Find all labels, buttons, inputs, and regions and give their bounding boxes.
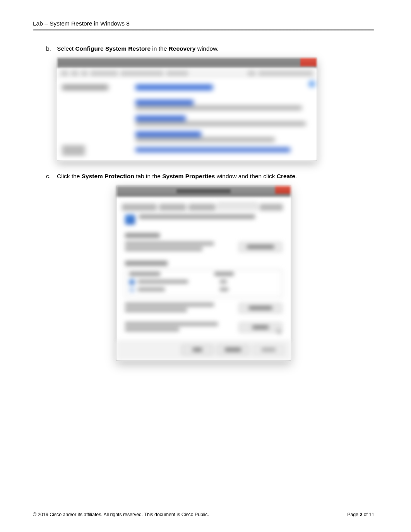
- step-b-t4: Recovery: [169, 45, 196, 52]
- step-c-t7: .: [295, 173, 297, 179]
- step-c-t4: System Properties: [162, 173, 215, 179]
- protection-columns: Available Drives Protection: [125, 270, 282, 278]
- create-desc: Create a restore point right now for the…: [125, 322, 233, 333]
- dialog-body: Use system protection to undo unwanted s…: [116, 211, 291, 341]
- step-b-letter: b.: [46, 44, 57, 53]
- recovery-item: Configure System Restore Change restore …: [135, 132, 310, 142]
- column-protection: Protection: [214, 272, 234, 276]
- disk-icon: [129, 287, 135, 292]
- document-page: Lab – System Restore in Windows 8 b. Sel…: [0, 0, 411, 532]
- recovery-link-create-drive[interactable]: Create a recovery drive: [135, 100, 194, 105]
- sidebar-see-also: See also File History: [62, 146, 85, 155]
- tab-advanced[interactable]: Advanced: [188, 204, 216, 211]
- recovery-body: Control Panel Home See also File History…: [57, 79, 317, 160]
- drive-protection: Off: [220, 288, 228, 291]
- recovery-item-desc: Create a recovery drive to refresh or re…: [135, 106, 302, 110]
- step-b: b. Select Configure System Restore in th…: [46, 44, 374, 53]
- step-c-letter: c.: [46, 172, 57, 181]
- recovery-address-bar[interactable]: Control Panel All Control Panel Items Re…: [57, 68, 317, 79]
- configure-row: Configure restore settings, manage disk …: [125, 303, 282, 314]
- recovery-heading: Advanced recovery tools: [135, 85, 213, 90]
- system-restore-row: You can undo system changes by reverting…: [125, 242, 282, 252]
- step-b-t5: window.: [195, 45, 218, 52]
- see-also-item[interactable]: File History: [62, 151, 85, 155]
- drive-name: Data (D:): [138, 288, 165, 291]
- dialog-tabs: Computer Name Hardware Advanced System P…: [116, 197, 291, 211]
- cursor-icon: [277, 328, 283, 335]
- protection-drives-list[interactable]: Available Drives Protection Local Disk (…: [125, 269, 282, 297]
- intro-text: Use system protection to undo unwanted s…: [139, 215, 282, 219]
- system-restore-button[interactable]: System Restore...: [239, 242, 282, 252]
- title-divider: [33, 29, 374, 31]
- tab-remote[interactable]: Remote: [260, 204, 283, 211]
- forward-icon[interactable]: [71, 70, 78, 77]
- dialog-buttons: OK Cancel Apply: [116, 341, 291, 360]
- footer-copyright: © 2019 Cisco and/or its affiliates. All …: [33, 512, 209, 517]
- shield-icon: [125, 215, 135, 225]
- tab-hardware[interactable]: Hardware: [159, 204, 186, 211]
- configure-desc: Configure restore settings, manage disk …: [125, 303, 233, 314]
- step-b-t2: Configure System Restore: [75, 45, 151, 52]
- recovery-sidebar: Control Panel Home See also File History: [57, 79, 132, 160]
- step-c-t2: System Protection: [82, 173, 134, 179]
- tab-system-protection[interactable]: System Protection: [218, 203, 257, 211]
- recovery-item-desc: Undo recent system changes, but leave fi…: [135, 122, 306, 126]
- page-title: Lab – System Restore in Windows 8: [33, 20, 374, 27]
- step-c-t3: tab in the: [134, 173, 162, 179]
- figure-recovery: Recovery Close Control Panel All Control…: [57, 58, 374, 161]
- recovery-window: Recovery Close Control Panel All Control…: [57, 58, 317, 161]
- page-footer: © 2019 Cisco and/or its affiliates. All …: [33, 512, 374, 517]
- breadcrumb[interactable]: All Control Panel Items: [121, 70, 163, 77]
- step-c-t5: window and then click: [215, 173, 276, 179]
- up-icon[interactable]: [81, 70, 87, 77]
- search-input[interactable]: [259, 70, 313, 77]
- recovery-link-open-restore[interactable]: Open System Restore: [135, 116, 186, 121]
- step-b-t1: Select: [57, 45, 75, 52]
- dialog-titlebar: System Properties Close: [116, 186, 291, 197]
- footer-page-of: of 11: [362, 512, 374, 517]
- step-b-text: Select Configure System Restore in the R…: [57, 44, 374, 53]
- close-icon[interactable]: Close: [300, 58, 317, 66]
- step-c: c. Click the System Protection tab in th…: [46, 172, 374, 181]
- system-properties-dialog: System Properties Close Computer Name Ha…: [116, 186, 291, 361]
- close-icon[interactable]: Close: [275, 186, 291, 194]
- step-c-t6: Create: [277, 173, 295, 179]
- figure-system-properties: System Properties Close Computer Name Ha…: [33, 186, 374, 361]
- disk-icon: [129, 279, 135, 285]
- drive-protection: On: [220, 280, 227, 283]
- see-also-label: See also: [62, 146, 85, 150]
- configure-button[interactable]: Configure...: [239, 303, 282, 313]
- recovery-item: Open System Restore Undo recent system c…: [135, 116, 310, 126]
- intro-row: Use system protection to undo unwanted s…: [125, 215, 282, 225]
- table-row[interactable]: Data (D:) Off: [125, 286, 282, 293]
- system-restore-label: System Restore: [125, 233, 160, 238]
- refresh-icon[interactable]: [248, 70, 255, 77]
- recovery-footer-link[interactable]: If you're having problems with your PC, …: [135, 148, 290, 152]
- back-icon[interactable]: [61, 70, 68, 77]
- recovery-link-configure-restore[interactable]: Configure System Restore: [135, 132, 201, 136]
- create-button[interactable]: Create...: [239, 322, 282, 332]
- dialog-title: System Properties: [176, 189, 231, 193]
- column-drives: Available Drives: [129, 272, 160, 276]
- step-b-t3: in the: [151, 45, 169, 52]
- tab-computer-name[interactable]: Computer Name: [122, 204, 157, 211]
- recovery-item: Create a recovery drive Create a recover…: [135, 100, 310, 110]
- create-row: Create a restore point right now for the…: [125, 322, 282, 333]
- breadcrumb[interactable]: Recovery: [166, 70, 188, 77]
- apply-button[interactable]: Apply: [253, 345, 284, 355]
- footer-page-prefix: Page: [347, 512, 360, 517]
- footer-page: Page 2 of 11: [347, 512, 374, 517]
- step-c-text: Click the System Protection tab in the S…: [57, 172, 374, 181]
- step-c-t1: Click the: [57, 173, 82, 179]
- breadcrumb[interactable]: Control Panel: [91, 70, 118, 77]
- cancel-button[interactable]: Cancel: [217, 345, 249, 355]
- protection-settings-label: Protection Settings: [125, 261, 168, 266]
- drive-name: Local Disk (C:) (System): [138, 280, 188, 283]
- table-row[interactable]: Local Disk (C:) (System) On: [125, 278, 282, 286]
- recovery-main: Advanced recovery tools Create a recover…: [132, 79, 317, 160]
- ok-button[interactable]: OK: [182, 345, 213, 355]
- recovery-item-desc: Change restore settings, manage disk spa…: [135, 138, 275, 142]
- system-restore-desc: You can undo system changes by reverting…: [125, 242, 233, 252]
- sidebar-heading[interactable]: Control Panel Home: [62, 85, 108, 90]
- recovery-titlebar: Recovery Close: [57, 58, 317, 68]
